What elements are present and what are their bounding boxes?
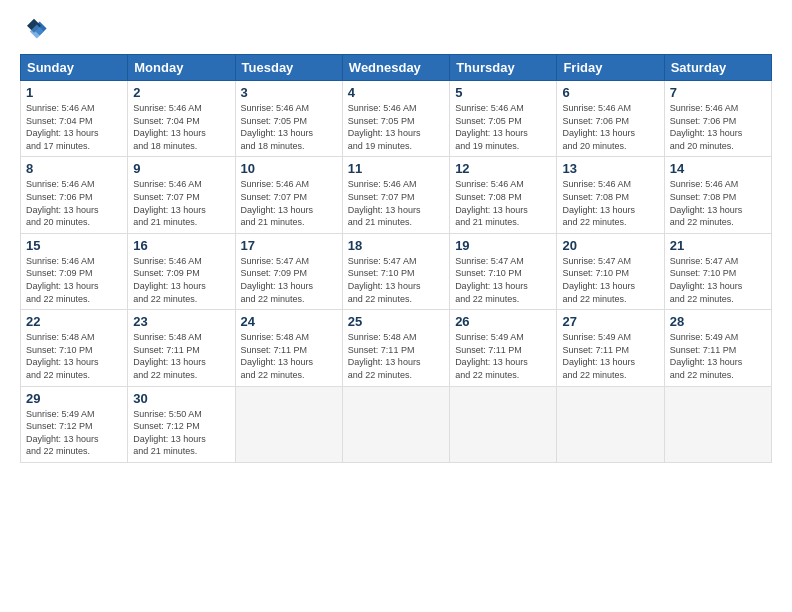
day-number: 2	[133, 85, 229, 100]
day-number: 27	[562, 314, 658, 329]
calendar-day-cell: 29Sunrise: 5:49 AM Sunset: 7:12 PM Dayli…	[21, 386, 128, 462]
calendar-day-cell: 1Sunrise: 5:46 AM Sunset: 7:04 PM Daylig…	[21, 81, 128, 157]
day-number: 3	[241, 85, 337, 100]
weekday-header-monday: Monday	[128, 55, 235, 81]
day-info: Sunrise: 5:46 AM Sunset: 7:07 PM Dayligh…	[133, 178, 229, 228]
day-info: Sunrise: 5:46 AM Sunset: 7:08 PM Dayligh…	[670, 178, 766, 228]
day-info: Sunrise: 5:47 AM Sunset: 7:10 PM Dayligh…	[670, 255, 766, 305]
calendar-day-cell: 6Sunrise: 5:46 AM Sunset: 7:06 PM Daylig…	[557, 81, 664, 157]
calendar-day-cell	[342, 386, 449, 462]
day-number: 12	[455, 161, 551, 176]
day-number: 19	[455, 238, 551, 253]
day-number: 5	[455, 85, 551, 100]
weekday-header-row: SundayMondayTuesdayWednesdayThursdayFrid…	[21, 55, 772, 81]
calendar-day-cell: 3Sunrise: 5:46 AM Sunset: 7:05 PM Daylig…	[235, 81, 342, 157]
day-number: 11	[348, 161, 444, 176]
calendar-day-cell: 23Sunrise: 5:48 AM Sunset: 7:11 PM Dayli…	[128, 310, 235, 386]
day-info: Sunrise: 5:46 AM Sunset: 7:05 PM Dayligh…	[241, 102, 337, 152]
day-info: Sunrise: 5:46 AM Sunset: 7:04 PM Dayligh…	[133, 102, 229, 152]
day-info: Sunrise: 5:46 AM Sunset: 7:07 PM Dayligh…	[348, 178, 444, 228]
weekday-header-wednesday: Wednesday	[342, 55, 449, 81]
day-info: Sunrise: 5:46 AM Sunset: 7:09 PM Dayligh…	[26, 255, 122, 305]
calendar-day-cell: 19Sunrise: 5:47 AM Sunset: 7:10 PM Dayli…	[450, 233, 557, 309]
calendar-week-row: 1Sunrise: 5:46 AM Sunset: 7:04 PM Daylig…	[21, 81, 772, 157]
calendar-day-cell: 17Sunrise: 5:47 AM Sunset: 7:09 PM Dayli…	[235, 233, 342, 309]
calendar-day-cell: 8Sunrise: 5:46 AM Sunset: 7:06 PM Daylig…	[21, 157, 128, 233]
day-info: Sunrise: 5:46 AM Sunset: 7:09 PM Dayligh…	[133, 255, 229, 305]
day-number: 24	[241, 314, 337, 329]
day-info: Sunrise: 5:47 AM Sunset: 7:10 PM Dayligh…	[562, 255, 658, 305]
day-number: 10	[241, 161, 337, 176]
calendar-day-cell: 27Sunrise: 5:49 AM Sunset: 7:11 PM Dayli…	[557, 310, 664, 386]
day-number: 30	[133, 391, 229, 406]
day-info: Sunrise: 5:46 AM Sunset: 7:06 PM Dayligh…	[26, 178, 122, 228]
day-info: Sunrise: 5:46 AM Sunset: 7:05 PM Dayligh…	[348, 102, 444, 152]
calendar-week-row: 29Sunrise: 5:49 AM Sunset: 7:12 PM Dayli…	[21, 386, 772, 462]
calendar-day-cell: 9Sunrise: 5:46 AM Sunset: 7:07 PM Daylig…	[128, 157, 235, 233]
day-info: Sunrise: 5:49 AM Sunset: 7:11 PM Dayligh…	[670, 331, 766, 381]
day-number: 28	[670, 314, 766, 329]
logo-icon	[20, 16, 48, 44]
day-number: 26	[455, 314, 551, 329]
day-number: 6	[562, 85, 658, 100]
calendar-day-cell	[557, 386, 664, 462]
day-number: 18	[348, 238, 444, 253]
calendar-week-row: 15Sunrise: 5:46 AM Sunset: 7:09 PM Dayli…	[21, 233, 772, 309]
calendar-day-cell: 25Sunrise: 5:48 AM Sunset: 7:11 PM Dayli…	[342, 310, 449, 386]
weekday-header-thursday: Thursday	[450, 55, 557, 81]
day-info: Sunrise: 5:46 AM Sunset: 7:08 PM Dayligh…	[562, 178, 658, 228]
day-info: Sunrise: 5:48 AM Sunset: 7:10 PM Dayligh…	[26, 331, 122, 381]
day-number: 13	[562, 161, 658, 176]
day-info: Sunrise: 5:49 AM Sunset: 7:11 PM Dayligh…	[562, 331, 658, 381]
day-number: 23	[133, 314, 229, 329]
day-number: 8	[26, 161, 122, 176]
day-number: 22	[26, 314, 122, 329]
calendar-week-row: 22Sunrise: 5:48 AM Sunset: 7:10 PM Dayli…	[21, 310, 772, 386]
day-info: Sunrise: 5:46 AM Sunset: 7:05 PM Dayligh…	[455, 102, 551, 152]
weekday-header-saturday: Saturday	[664, 55, 771, 81]
day-number: 9	[133, 161, 229, 176]
weekday-header-sunday: Sunday	[21, 55, 128, 81]
calendar-day-cell: 20Sunrise: 5:47 AM Sunset: 7:10 PM Dayli…	[557, 233, 664, 309]
calendar-day-cell: 14Sunrise: 5:46 AM Sunset: 7:08 PM Dayli…	[664, 157, 771, 233]
logo	[20, 16, 50, 44]
calendar-day-cell	[664, 386, 771, 462]
header	[20, 16, 772, 44]
day-number: 17	[241, 238, 337, 253]
calendar-day-cell	[235, 386, 342, 462]
calendar-day-cell: 26Sunrise: 5:49 AM Sunset: 7:11 PM Dayli…	[450, 310, 557, 386]
day-number: 20	[562, 238, 658, 253]
calendar-day-cell: 15Sunrise: 5:46 AM Sunset: 7:09 PM Dayli…	[21, 233, 128, 309]
day-number: 21	[670, 238, 766, 253]
day-info: Sunrise: 5:47 AM Sunset: 7:10 PM Dayligh…	[455, 255, 551, 305]
calendar-day-cell: 13Sunrise: 5:46 AM Sunset: 7:08 PM Dayli…	[557, 157, 664, 233]
day-info: Sunrise: 5:46 AM Sunset: 7:04 PM Dayligh…	[26, 102, 122, 152]
day-number: 4	[348, 85, 444, 100]
day-info: Sunrise: 5:50 AM Sunset: 7:12 PM Dayligh…	[133, 408, 229, 458]
day-info: Sunrise: 5:48 AM Sunset: 7:11 PM Dayligh…	[348, 331, 444, 381]
day-info: Sunrise: 5:49 AM Sunset: 7:12 PM Dayligh…	[26, 408, 122, 458]
page: SundayMondayTuesdayWednesdayThursdayFrid…	[0, 0, 792, 612]
day-number: 15	[26, 238, 122, 253]
calendar-day-cell	[450, 386, 557, 462]
calendar-day-cell: 21Sunrise: 5:47 AM Sunset: 7:10 PM Dayli…	[664, 233, 771, 309]
calendar-day-cell: 30Sunrise: 5:50 AM Sunset: 7:12 PM Dayli…	[128, 386, 235, 462]
day-number: 29	[26, 391, 122, 406]
calendar-day-cell: 28Sunrise: 5:49 AM Sunset: 7:11 PM Dayli…	[664, 310, 771, 386]
calendar-day-cell: 7Sunrise: 5:46 AM Sunset: 7:06 PM Daylig…	[664, 81, 771, 157]
day-number: 25	[348, 314, 444, 329]
day-info: Sunrise: 5:46 AM Sunset: 7:08 PM Dayligh…	[455, 178, 551, 228]
day-number: 7	[670, 85, 766, 100]
calendar-day-cell: 10Sunrise: 5:46 AM Sunset: 7:07 PM Dayli…	[235, 157, 342, 233]
calendar-day-cell: 24Sunrise: 5:48 AM Sunset: 7:11 PM Dayli…	[235, 310, 342, 386]
calendar-day-cell: 12Sunrise: 5:46 AM Sunset: 7:08 PM Dayli…	[450, 157, 557, 233]
calendar-day-cell: 18Sunrise: 5:47 AM Sunset: 7:10 PM Dayli…	[342, 233, 449, 309]
day-info: Sunrise: 5:48 AM Sunset: 7:11 PM Dayligh…	[133, 331, 229, 381]
calendar-day-cell: 16Sunrise: 5:46 AM Sunset: 7:09 PM Dayli…	[128, 233, 235, 309]
calendar-week-row: 8Sunrise: 5:46 AM Sunset: 7:06 PM Daylig…	[21, 157, 772, 233]
day-number: 14	[670, 161, 766, 176]
day-info: Sunrise: 5:46 AM Sunset: 7:07 PM Dayligh…	[241, 178, 337, 228]
calendar-day-cell: 22Sunrise: 5:48 AM Sunset: 7:10 PM Dayli…	[21, 310, 128, 386]
day-info: Sunrise: 5:49 AM Sunset: 7:11 PM Dayligh…	[455, 331, 551, 381]
day-number: 1	[26, 85, 122, 100]
